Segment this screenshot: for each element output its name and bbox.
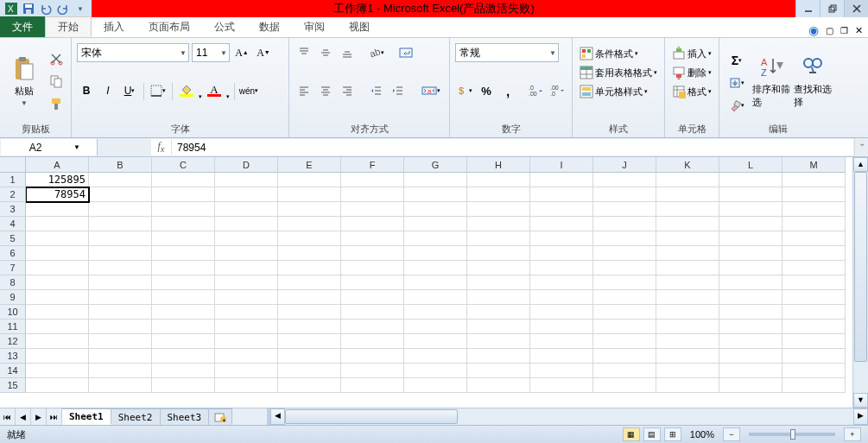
cell[interactable]	[782, 378, 846, 393]
row-header[interactable]: 3	[0, 202, 26, 217]
cell[interactable]	[467, 364, 530, 378]
cell[interactable]	[404, 217, 467, 231]
cell[interactable]	[593, 378, 656, 393]
font-size-combo[interactable]: 11▼	[192, 43, 230, 62]
cell[interactable]	[215, 173, 278, 187]
sheet-nav-prev[interactable]: ◀	[16, 408, 31, 425]
cell[interactable]	[26, 261, 89, 275]
cell[interactable]	[152, 275, 215, 290]
cell[interactable]	[530, 246, 593, 261]
cell[interactable]	[215, 187, 278, 202]
cell[interactable]	[215, 202, 278, 217]
cell[interactable]	[719, 217, 782, 231]
cell[interactable]	[593, 217, 656, 231]
cell[interactable]	[656, 187, 719, 202]
cell[interactable]	[656, 364, 719, 378]
phonetic-button[interactable]: wén▾	[239, 81, 258, 100]
cell[interactable]	[278, 231, 341, 246]
font-color-button[interactable]: A	[205, 81, 224, 100]
cell[interactable]	[26, 246, 89, 261]
cell[interactable]	[341, 334, 404, 349]
row-header[interactable]: 14	[0, 364, 26, 378]
cell[interactable]	[341, 320, 404, 334]
fill-color-button[interactable]	[177, 81, 196, 100]
cell[interactable]	[467, 202, 530, 217]
cell[interactable]	[530, 349, 593, 364]
cell[interactable]	[215, 217, 278, 231]
cell[interactable]	[215, 364, 278, 378]
cell[interactable]	[782, 187, 846, 202]
zoom-level[interactable]: 100%	[690, 429, 714, 440]
row-header[interactable]: 2	[0, 187, 26, 202]
accounting-format-button[interactable]: $▾	[455, 81, 474, 100]
cell[interactable]	[530, 290, 593, 305]
page-break-view-button[interactable]: ⊞	[664, 427, 681, 441]
cell[interactable]	[530, 173, 593, 187]
cell[interactable]	[782, 320, 846, 334]
align-left-button[interactable]	[295, 81, 314, 100]
cell[interactable]	[152, 334, 215, 349]
column-header[interactable]: K	[656, 157, 719, 173]
cell[interactable]	[404, 231, 467, 246]
cell[interactable]	[782, 231, 846, 246]
cell[interactable]	[278, 202, 341, 217]
cell[interactable]	[89, 231, 152, 246]
cell[interactable]	[278, 305, 341, 320]
cell[interactable]	[719, 202, 782, 217]
column-header[interactable]: L	[719, 157, 782, 173]
increase-indent-button[interactable]	[389, 81, 408, 100]
cell[interactable]	[89, 334, 152, 349]
align-right-button[interactable]	[338, 81, 357, 100]
cell[interactable]	[89, 364, 152, 378]
cell[interactable]	[719, 173, 782, 187]
cell[interactable]	[152, 320, 215, 334]
tab-data[interactable]: 数据	[247, 16, 292, 37]
cell[interactable]	[26, 275, 89, 290]
cell[interactable]	[467, 305, 530, 320]
cell[interactable]	[593, 275, 656, 290]
undo-icon[interactable]	[38, 1, 54, 16]
cell[interactable]	[467, 290, 530, 305]
cell[interactable]	[404, 305, 467, 320]
cell[interactable]	[215, 334, 278, 349]
cell[interactable]	[278, 378, 341, 393]
cell[interactable]	[656, 231, 719, 246]
cell[interactable]	[719, 187, 782, 202]
cell[interactable]	[89, 305, 152, 320]
bold-button[interactable]: B	[77, 81, 96, 100]
cell[interactable]	[152, 187, 215, 202]
sheet-tab[interactable]: Sheet3	[161, 408, 210, 425]
cell[interactable]	[719, 378, 782, 393]
vertical-scrollbar[interactable]: ▲ ▼	[852, 157, 868, 408]
cell[interactable]	[593, 187, 656, 202]
row-header[interactable]: 1	[0, 173, 26, 187]
row-header[interactable]: 11	[0, 320, 26, 334]
cell[interactable]	[26, 334, 89, 349]
cell[interactable]	[341, 305, 404, 320]
cell[interactable]	[278, 173, 341, 187]
cell[interactable]	[530, 275, 593, 290]
number-format-combo[interactable]: 常规▼	[455, 43, 559, 62]
cell[interactable]	[89, 217, 152, 231]
tab-view[interactable]: 视图	[337, 16, 382, 37]
cell[interactable]	[341, 364, 404, 378]
cell[interactable]	[656, 290, 719, 305]
cell[interactable]: 125895	[26, 173, 89, 187]
chevron-down-icon[interactable]: ▼	[70, 143, 84, 151]
chevron-down-icon[interactable]: ▾	[226, 93, 230, 100]
cell[interactable]	[152, 231, 215, 246]
cell[interactable]	[89, 202, 152, 217]
cell[interactable]	[89, 275, 152, 290]
cell[interactable]	[152, 217, 215, 231]
sheet-nav-next[interactable]: ▶	[31, 408, 47, 425]
cell[interactable]	[341, 173, 404, 187]
tab-insert[interactable]: 插入	[92, 16, 136, 37]
align-top-button[interactable]	[295, 43, 314, 62]
column-header[interactable]: I	[530, 157, 593, 173]
cell[interactable]	[404, 261, 467, 275]
select-all-corner[interactable]	[0, 157, 26, 173]
cell[interactable]	[593, 349, 656, 364]
sheet-tab[interactable]: Sheet2	[111, 408, 161, 425]
format-cells-button[interactable]: 格式▾	[670, 83, 713, 100]
cell[interactable]	[404, 246, 467, 261]
